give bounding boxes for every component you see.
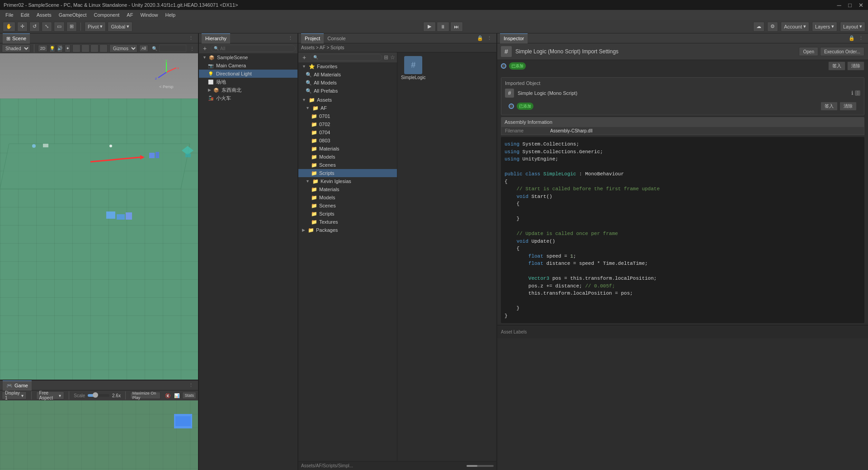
- aspect-dropdown[interactable]: Free Aspect ▾: [36, 391, 65, 400]
- hierarchy-item-field[interactable]: ⬜ 场地: [199, 78, 297, 86]
- project-item-0803[interactable]: 📁 0803: [298, 136, 397, 145]
- scene-tab[interactable]: ⊞ Scene: [3, 33, 30, 43]
- project-lock-icon[interactable]: 🔒: [477, 35, 483, 42]
- collab-button[interactable]: ☁: [753, 22, 764, 32]
- scene-light-button[interactable]: 💡: [49, 44, 55, 52]
- scale-handle[interactable]: [93, 392, 98, 398]
- game-viewport[interactable]: [0, 400, 198, 470]
- pivot-button[interactable]: Pivot ▾: [85, 22, 106, 32]
- project-item-0704[interactable]: 📁 0704: [298, 128, 397, 136]
- account-dropdown[interactable]: Account ▾: [781, 22, 809, 32]
- hierarchy-item-east-west[interactable]: ▶ 📦 东西南北: [199, 86, 297, 94]
- close-button[interactable]: ✕: [857, 1, 864, 9]
- project-item-all-models[interactable]: 🔍 All Models: [298, 79, 397, 87]
- scene-fx-button[interactable]: ✦: [65, 44, 71, 52]
- project-item-all-prefabs[interactable]: 🔍 All Prefabs: [298, 87, 397, 95]
- gizmos-dropdown[interactable]: Gizmos: [109, 44, 137, 52]
- game-mute-icon[interactable]: 🔇: [165, 393, 170, 398]
- menu-af[interactable]: AF: [123, 11, 137, 19]
- inspector-tab[interactable]: Inspector: [500, 33, 528, 43]
- project-file-simplelogic[interactable]: # SimpleLogic: [401, 56, 425, 80]
- scene-opt3[interactable]: [90, 44, 99, 52]
- project-item-0701[interactable]: 📁 0701: [298, 112, 397, 120]
- menu-edit[interactable]: Edit: [17, 11, 33, 19]
- rect-tool-button[interactable]: ▭: [54, 22, 65, 32]
- clear-button-2[interactable]: 清除: [840, 102, 857, 111]
- step-button[interactable]: ⏭: [450, 22, 463, 32]
- shading-dropdown[interactable]: Shaded: [2, 44, 30, 52]
- all-button[interactable]: All: [139, 45, 148, 52]
- play-button[interactable]: ▶: [423, 22, 436, 32]
- project-item-scripts-kevin[interactable]: 📁 Scripts: [298, 210, 397, 218]
- scene-viewport[interactable]: x y z < Persp: [0, 53, 198, 380]
- scale-slider[interactable]: [88, 394, 109, 397]
- hierarchy-add-button[interactable]: +: [201, 44, 209, 52]
- maximize-button[interactable]: □: [846, 1, 854, 9]
- console-tab[interactable]: Console: [324, 33, 349, 43]
- enter-button-2[interactable]: 签入: [821, 102, 838, 111]
- project-item-scenes-kevin[interactable]: 📁 Scenes: [298, 202, 397, 210]
- scale-tool-button[interactable]: ⤡: [42, 22, 52, 32]
- project-item-models-kevin[interactable]: 📁 Models: [298, 193, 397, 202]
- project-add-button[interactable]: +: [300, 53, 308, 61]
- project-tree-icon1[interactable]: ⊞: [384, 54, 388, 61]
- game-tab[interactable]: 🎮 Game: [3, 381, 32, 390]
- global-button[interactable]: Global ▾: [108, 22, 132, 32]
- project-item-materials-af[interactable]: 📁 Materials: [298, 145, 397, 153]
- open-button[interactable]: Open: [799, 47, 818, 56]
- project-item-materials-kevin[interactable]: 📁 Materials: [298, 185, 397, 193]
- menu-file[interactable]: File: [2, 11, 17, 19]
- layers-dropdown[interactable]: Layers ▾: [812, 22, 837, 32]
- project-item-textures-kevin[interactable]: 📁 Textures: [298, 218, 397, 226]
- project-tree-icon2[interactable]: ☆: [390, 54, 395, 61]
- scene-toolbar-menu[interactable]: ⋮: [188, 46, 196, 51]
- settings-button[interactable]: ⚙: [767, 22, 778, 32]
- scene-opt1[interactable]: [72, 44, 80, 52]
- game-panel-menu-icon[interactable]: ⋮: [187, 382, 195, 388]
- menu-gameobject[interactable]: GameObject: [55, 11, 90, 19]
- project-item-kevin[interactable]: ▼ 📁 Kevin Iglesias: [298, 177, 397, 185]
- menu-window[interactable]: Window: [137, 11, 161, 19]
- project-item-models-af[interactable]: 📁 Models: [298, 153, 397, 161]
- scene-opt2[interactable]: [81, 44, 90, 52]
- menu-help[interactable]: Help: [162, 11, 179, 19]
- hand-tool-button[interactable]: ✋: [3, 22, 15, 32]
- hierarchy-item-train[interactable]: 🚂 小火车: [199, 94, 297, 102]
- scene-audio-button[interactable]: 🔊: [57, 44, 63, 52]
- rotate-tool-button[interactable]: ↺: [29, 22, 40, 32]
- inspector-lock-icon[interactable]: 🔒: [849, 35, 855, 41]
- enter-button-1[interactable]: 签入: [828, 61, 845, 70]
- hierarchy-tab[interactable]: Hierarchy: [202, 33, 230, 43]
- execution-order-button[interactable]: Execution Order...: [820, 47, 864, 56]
- pause-button[interactable]: ⏸: [437, 22, 449, 32]
- menu-component[interactable]: Component: [90, 11, 123, 19]
- hierarchy-item-directional-light[interactable]: 💡 Directional Light: [199, 70, 297, 78]
- menu-assets[interactable]: Assets: [33, 11, 55, 19]
- scene-panel-menu-icon[interactable]: ⋮: [187, 35, 195, 41]
- project-panel-menu[interactable]: ⋮: [485, 35, 494, 41]
- project-tab[interactable]: Project: [301, 33, 324, 43]
- inspector-panel-menu[interactable]: ⋮: [857, 35, 865, 41]
- project-item-all-materials[interactable]: 🔍 All Materials: [298, 70, 397, 79]
- clear-button-1[interactable]: 清除: [847, 61, 864, 70]
- project-item-favorites[interactable]: ▼ ⭐ Favorites: [298, 62, 397, 70]
- hierarchy-panel-menu[interactable]: ⋮: [286, 35, 295, 41]
- project-item-assets[interactable]: ▼ 📁 Assets: [298, 96, 397, 104]
- scene-search-input[interactable]: [159, 45, 186, 52]
- hierarchy-item-sample-scene[interactable]: ▼ 📦 SampleScene: [199, 53, 297, 61]
- maximize-on-play-button[interactable]: Maximize On Play: [130, 392, 161, 399]
- project-item-packages[interactable]: ▶ 📁 Packages: [298, 226, 397, 234]
- project-item-scripts-af[interactable]: 📁 Scripts: [298, 169, 397, 177]
- transform-tool-button[interactable]: ⊞: [66, 22, 77, 32]
- scene-opt4[interactable]: [99, 44, 108, 52]
- move-tool-button[interactable]: ✛: [17, 22, 28, 32]
- project-item-scenes-af[interactable]: 📁 Scenes: [298, 161, 397, 169]
- display-dropdown[interactable]: Display 1 ▾: [2, 391, 27, 400]
- hierarchy-item-main-camera[interactable]: 📷 Main Camera: [199, 61, 297, 70]
- project-item-af[interactable]: ▼ 📁 AF: [298, 104, 397, 112]
- project-item-0702[interactable]: 📁 0702: [298, 120, 397, 128]
- game-stats-icon[interactable]: 📊: [174, 393, 179, 398]
- imported-menu-icon[interactable]: ⋮: [855, 90, 860, 96]
- 2d-button[interactable]: 2D: [38, 45, 48, 52]
- minimize-button[interactable]: ─: [835, 1, 843, 9]
